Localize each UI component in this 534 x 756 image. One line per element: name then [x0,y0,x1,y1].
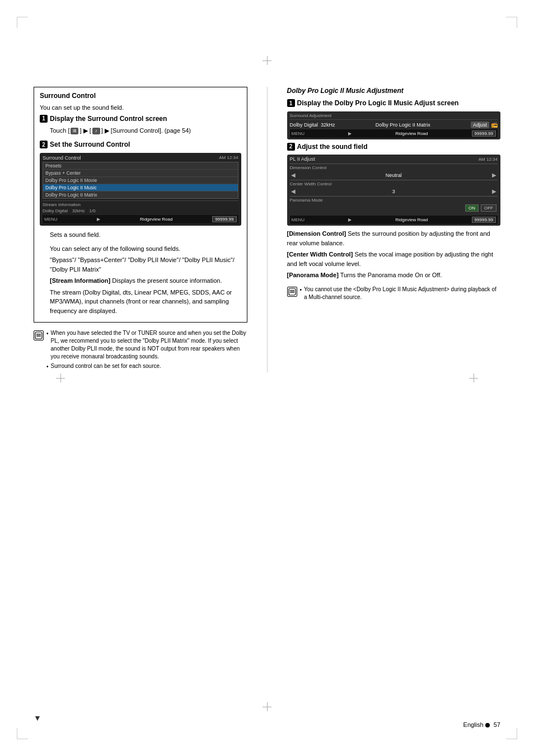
right-step1-heading: 1 Display the Dolby Pro Logic II Music A… [287,99,501,108]
right-step2-cw-section: Center Width Control ◀ 3 ▶ [290,180,498,195]
right-desc-2-term: [Center Width Control] [287,251,353,258]
right-step1-adjust-btn: Adjust [471,122,489,128]
corner-mark-br [506,728,517,739]
sc-option-bypass-center: Bypass + Center [43,170,238,177]
right-step1-icon: 📻 [491,122,498,128]
right-step2-screen-time: AM 12:34 [479,157,498,162]
note-bullet-2-text: Surround control can be set for each sou… [51,362,161,371]
stream-info-detail: The stream (Dolby Digital, dts, Linear P… [50,288,241,316]
pan-on-btn[interactable]: ON [465,204,479,212]
note-bullets-right: • You cannot use the <Dolby Pro Logic II… [300,286,501,303]
right-desc-1: [Dimension Control] Sets the surround po… [287,229,501,248]
right-step1-menu-row: MENU ▶ Ridgeview Road 99999.99 [290,129,498,138]
note-box-right: • You cannot use the <Dolby Pro Logic II… [287,286,501,303]
right-step1-screen-row: Dolby Digital 32kHz Dolby Pro Logic II M… [290,122,498,128]
corner-mark-tr [506,17,517,28]
right-step2-title-row: PL II Adjust AM 12:34 [290,156,498,162]
right-descriptions: [Dimension Control] Sets the surround po… [287,229,501,280]
right-step1-badge: 1 [287,99,295,107]
right-step2-screen: PL II Adjust AM 12:34 Dimension Control … [287,155,501,226]
right-step2-dim-section-label: Dimension Control [290,165,498,170]
right-step2-dim-row: ◀ Neutral ▶ [290,171,498,179]
note-bullet-1-text: When you have selected the TV or TUNER s… [51,329,247,361]
anno1-row: 1 Sets a sound field. [40,230,241,242]
note-icon-right [287,287,297,297]
right-step2-nav-label: Ridgeview Road [395,217,428,222]
svg-rect-1 [36,334,41,334]
sc-option-plii-matrix: Dolby Pro Logic II Matrix [43,192,238,198]
svg-rect-2 [36,335,41,335]
step2-heading-text: Set the Surround Control [50,141,241,150]
sc-price: 99999.99 [212,216,236,222]
svg-rect-7 [290,292,294,293]
sc-stream-info-label: Stream Information [43,200,238,207]
right-column: Dolby Pro Logic II Music Adjustment 1 Di… [287,87,501,372]
sound-fields-intro: You can select any of the following soun… [50,244,241,254]
sc-options-list: Presets Bypass + Center Dolby Pro Logic … [43,162,238,199]
anno1-num: 1 [40,230,46,237]
right-step2-cw-label: Center Width Control [290,181,498,186]
right-step1-adjust-row: Adjust 📻 [471,122,498,128]
pan-off-btn[interactable]: OFF [481,204,496,212]
cw-value: 3 [380,189,407,194]
right-desc-3-text: Turns the Panorama mode On or Off. [340,272,442,278]
surround-control-box: Surround Control You can set up the soun… [34,87,247,323]
crosshair-top [263,56,271,65]
sc-freq: 32kHz [72,208,85,213]
note-bullet-1: • When you have selected the TV or TUNER… [46,329,247,361]
sc-nav-label: Ridgeview Road [140,217,172,222]
dim-left-btn[interactable]: ◀ [291,172,296,178]
svg-rect-3 [36,336,41,337]
note-box-left: • When you have selected the TV or TUNER… [34,329,247,372]
right-step1-screen-top: Surround Adjustment [290,113,498,120]
right-step1-plii-label: Dolby Pro Logic II Matrix [376,122,430,128]
dim-value: Neutral [380,172,407,178]
corner-mark-bl [17,728,28,739]
intro-text: You can set up the sound field. [40,103,241,113]
left-column: Surround Control You can set up the soun… [34,87,247,372]
surround-screen-mockup: Surround Control AM 12:34 Presets Bypass… [40,153,241,226]
sc-info-row: Dolby Digital 32kHz 1/0 [43,208,238,213]
sc-format: Dolby Digital [43,208,68,213]
right-step1-nav-label: Ridgeview Road [395,131,428,136]
right-step2-menu-label: MENU [292,217,305,222]
right-step1-menu-label: MENU [292,131,305,136]
right-step2-menu-row: MENU ▶ Ridgeview Road 99999.99 [290,216,498,224]
stream-info-text: [Stream Information] Displays the presen… [50,276,241,286]
sc-screen-title: Surround Control [43,155,81,161]
bottom-arrow: ▼ [34,713,41,722]
right-step1-plii-row: Dolby Pro Logic II Matrix [376,122,430,128]
right-section-title: Dolby Pro Logic II Music Adjustment [287,87,501,95]
right-step2-heading-text: Adjust the sound field [297,143,501,152]
footer-language: English [463,721,484,728]
cw-right-btn[interactable]: ▶ [492,188,496,194]
right-desc-3: [Panorama Mode] Turns the Panorama mode … [287,270,501,280]
surround-control-title: Surround Control [40,92,241,100]
dim-right-btn[interactable]: ▶ [492,172,496,178]
column-divider [267,87,268,372]
note-icon-left [34,330,44,340]
right-step2-pan-row: ON OFF [290,204,498,212]
right-step2-badge: 2 [287,143,295,151]
sc-option-presets: Presets [43,162,238,170]
sc-option-plii-movie: Dolby Pro Logic II Movie [43,177,238,184]
cw-left-btn[interactable]: ◀ [291,188,296,194]
right-step2-heading: 2 Adjust the sound field [287,143,501,152]
anno1-text: Sets a sound field. [50,230,101,240]
step2-badge: 2 [40,141,48,148]
right-step2-cw-row: ◀ 3 ▶ [290,188,498,195]
footer-page-num: 57 [494,721,500,728]
right-step2-pan-section: Panorama Mode ON OFF [290,196,498,212]
sc-menu-row: MENU ▶ Ridgeview Road 99999.99 [43,215,238,223]
right-step1-heading-text: Display the Dolby Pro Logic II Music Adj… [297,99,501,108]
sc-menu-label: MENU [44,217,58,222]
step1-heading-text: Display the Surround Control screen [50,115,241,124]
step1-badge: 1 [40,115,48,123]
right-step2-pan-label: Panorama Mode [290,198,498,203]
right-step1-freq: 32kHz [321,122,335,128]
stream-info-term: [Stream Information] [50,277,110,284]
right-desc-1-term: [Dimension Control] [287,230,346,237]
sc-screen-time: AM 12:34 [219,155,238,161]
step1-heading: 1 Display the Surround Control screen [40,115,241,124]
stream-info-desc: Displays the present source information. [112,277,222,284]
